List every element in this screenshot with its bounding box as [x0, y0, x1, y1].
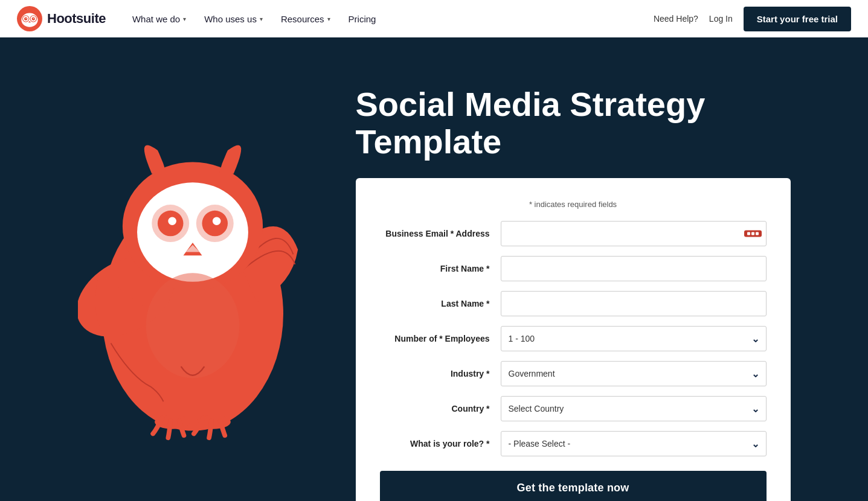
svg-point-18 [168, 217, 176, 225]
nav-what-we-do[interactable]: What we do ▾ [125, 9, 193, 29]
hootsuite-logo[interactable]: Hootsuite [17, 6, 106, 31]
role-row: What is your role? * - Please Select - M… [380, 431, 767, 456]
role-label: What is your role? * [380, 438, 501, 449]
svg-point-7 [33, 18, 34, 19]
svg-point-4 [25, 18, 27, 19]
first-name-label: First Name * [380, 263, 501, 274]
business-email-wrapper [501, 221, 767, 246]
navbar: Hootsuite What we do ▾ Who uses us ▾ Res… [0, 0, 868, 37]
last-name-row: Last Name * [380, 291, 767, 316]
role-select-wrapper: - Please Select - Manager Executive Anal… [501, 431, 767, 456]
trial-button[interactable]: Start your free trial [744, 7, 851, 31]
chevron-down-icon: ▾ [327, 16, 330, 22]
industry-label: Industry * [380, 368, 501, 379]
country-row: Country * Select Country United States C… [380, 396, 767, 421]
role-wrapper: - Please Select - Manager Executive Anal… [501, 431, 767, 456]
employees-wrapper: 1 - 100 101 - 500 501 - 1000 1001 - 5000… [501, 326, 767, 351]
business-email-label: Business Email * Address [380, 228, 501, 239]
login-link[interactable]: Log In [709, 14, 733, 24]
last-name-input[interactable] [501, 291, 767, 316]
email-dot-1 [747, 232, 750, 235]
country-label: Country * [380, 403, 501, 414]
employees-select-wrapper: 1 - 100 101 - 500 501 - 1000 1001 - 5000… [501, 326, 767, 351]
svg-point-22 [212, 217, 220, 225]
country-wrapper: Select Country United States Canada Unit… [501, 396, 767, 421]
business-email-input[interactable] [501, 221, 767, 246]
employees-row: Number of * Employees 1 - 100 101 - 500 … [380, 326, 767, 351]
first-name-wrapper [501, 256, 767, 281]
logo-text: Hootsuite [47, 11, 106, 27]
last-name-label: Last Name * [380, 298, 501, 309]
industry-select[interactable]: Government Technology Healthcare Finance… [501, 361, 767, 386]
chevron-down-icon: ▾ [260, 16, 263, 22]
nav-resources[interactable]: Resources ▾ [274, 9, 338, 29]
nav-links: What we do ▾ Who uses us ▾ Resources ▾ P… [125, 9, 654, 29]
country-select-wrapper: Select Country United States Canada Unit… [501, 396, 767, 421]
industry-wrapper: Government Technology Healthcare Finance… [501, 361, 767, 386]
country-select[interactable]: Select Country United States Canada Unit… [501, 396, 767, 421]
nav-pricing[interactable]: Pricing [341, 9, 384, 29]
email-dot-3 [756, 232, 759, 235]
submit-button[interactable]: Get the template now [380, 471, 767, 501]
nav-right: Need Help? Log In Start your free trial [654, 7, 851, 31]
employees-label: Number of * Employees [380, 333, 501, 344]
industry-row: Industry * Government Technology Healthc… [380, 361, 767, 386]
right-section: Social Media Strategy Template * indicat… [356, 74, 791, 501]
nav-who-uses[interactable]: Who uses us ▾ [197, 9, 270, 29]
required-note: * indicates required fields [380, 200, 767, 209]
main-content: Social Media Strategy Template * indicat… [0, 37, 868, 501]
employees-select[interactable]: 1 - 100 101 - 500 501 - 1000 1001 - 5000… [501, 326, 767, 351]
first-name-input[interactable] [501, 256, 767, 281]
email-dot-2 [751, 232, 754, 235]
email-icon [744, 231, 762, 237]
business-email-row: Business Email * Address [380, 221, 767, 246]
industry-select-wrapper: Government Technology Healthcare Finance… [501, 361, 767, 386]
last-name-wrapper [501, 291, 767, 316]
svg-point-25 [146, 273, 239, 378]
page-title: Social Media Strategy Template [356, 86, 791, 160]
chevron-down-icon: ▾ [183, 16, 186, 22]
first-name-row: First Name * [380, 256, 767, 281]
role-select[interactable]: - Please Select - Manager Executive Anal… [501, 431, 767, 456]
form-card: * indicates required fields Business Ema… [356, 178, 791, 501]
help-link[interactable]: Need Help? [654, 14, 698, 24]
owl-illustration [66, 98, 320, 460]
